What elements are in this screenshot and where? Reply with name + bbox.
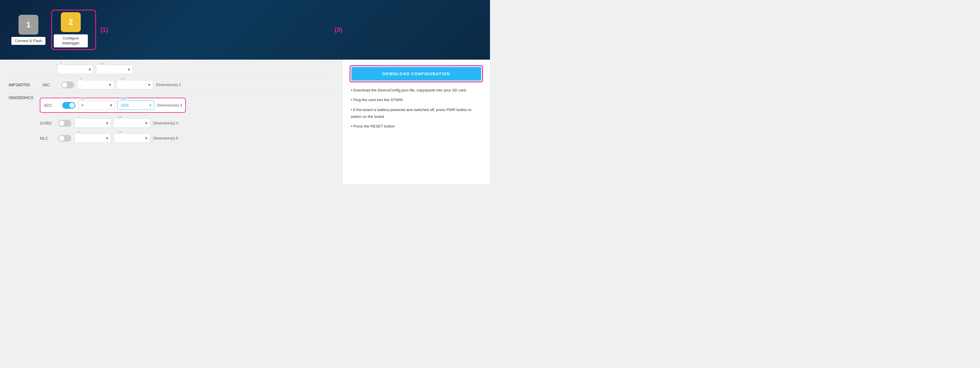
instructions-panel: • Download the DeviceConfig.json file, c… (350, 87, 483, 133)
ism330-acc-toggle-slider (62, 102, 75, 109)
instruction-3: • If the board is battery-powered and sw… (350, 106, 483, 121)
annotation-3: (3) (334, 26, 342, 33)
imp34dt05-select-group: FS ▼ ODR ▼ (77, 80, 153, 89)
ism330-mlc-row: MLC FS ▼ ODR (40, 131, 186, 145)
ism330-gyro-odr-wrapper: ODR ▼ (113, 118, 150, 128)
ism330-gyro-odr-select[interactable] (113, 118, 150, 128)
download-btn-border: DOWNLOAD CONFIGURATION (350, 65, 483, 82)
config-panel: FS ▼ ODR ▼ IMP34DT05 MIC (0, 60, 342, 184)
ism330-gyro-toggle[interactable] (58, 120, 72, 127)
ism330-gyro-select-group: FS ▼ ODR ▼ (74, 118, 150, 128)
ism330-acc-fs-select[interactable]: 4 2 8 16 (78, 100, 115, 110)
ism330-mlc-fs-label: FS (76, 131, 81, 134)
ism330-gyro-sub: GYRO (40, 121, 56, 125)
imp34dt05-name: IMP34DT05 (8, 82, 40, 87)
top-fs-select[interactable] (57, 65, 94, 74)
imp34dt05-toggle[interactable] (61, 81, 74, 88)
top-odr-wrapper: ODR ▼ (96, 65, 133, 74)
header: 1 Connect & Flash 2 Configuredatalogger … (0, 0, 490, 60)
ism330-name: ISM330DHCX (8, 95, 40, 100)
imp34dt05-odr-label: ODR (119, 78, 126, 81)
annotation-1: (1) (100, 26, 108, 33)
ism330-gyro-fs-wrapper: FS ▼ (74, 118, 111, 128)
imp34dt05-fs-label: FS (79, 78, 84, 81)
step-1-card[interactable]: 1 Connect & Flash (11, 15, 46, 45)
top-fs-wrapper: FS ▼ (57, 65, 94, 74)
imp34dt05-toggle-slider (61, 81, 74, 88)
ism330-mlc-fs-wrapper: FS ▼ (74, 133, 111, 143)
ism330-mlc-odr-select[interactable] (113, 133, 150, 143)
step-1-label: Connect & Flash (11, 37, 46, 45)
step-2-label: Configuredatalogger (54, 34, 88, 48)
download-config-button[interactable]: DOWNLOAD CONFIGURATION (351, 67, 481, 81)
instruction-1: • Download the DeviceConfig.json file, c… (350, 87, 483, 94)
ism330-gyro-toggle-slider (58, 120, 72, 127)
main-content: FS ▼ ODR ▼ IMP34DT05 MIC (0, 60, 490, 184)
ism330-mlc-fs-select[interactable] (74, 133, 111, 143)
ism330-gyro-row: GYRO FS ▼ ODR (40, 116, 186, 130)
imp34dt05-fs-select[interactable] (77, 80, 114, 89)
ism330-acc-dimension: Dimension(s) 3 (157, 103, 182, 107)
ism330-acc-fs-wrapper: FS 4 2 8 16 ▼ (78, 100, 115, 110)
step-1-number: 1 (19, 15, 38, 35)
ism330-acc-odr-label: ODR (120, 98, 127, 101)
top-select-group: FS ▼ ODR ▼ (57, 65, 133, 74)
ism330-acc-odr-wrapper: ODR 1666 833 416 208 ▼ (118, 100, 154, 110)
ism330-acc-sub: ACC (44, 103, 59, 108)
ism330-section: ISM330DHCX ACC FS 4 2 (8, 93, 334, 148)
imp34dt05-row: IMP34DT05 MIC FS ▼ ODR (8, 77, 334, 93)
instruction-2: • Plug the card into the STWIN (350, 97, 483, 103)
top-partial-row: FS ▼ ODR ▼ (8, 62, 334, 77)
imp34dt05-fs-wrapper: FS ▼ (77, 80, 114, 89)
ism330-gyro-fs-select[interactable] (74, 118, 111, 128)
ism330-acc-fs-label: FS (80, 98, 85, 101)
ism330-mlc-sub: MLC (40, 136, 56, 141)
step-2-highlight-border: 2 Configuredatalogger (51, 10, 96, 50)
step-2-card[interactable]: 2 Configuredatalogger (54, 12, 88, 48)
instruction-4: • Press the RESET button (350, 123, 483, 130)
ism330-gyro-fs-label: FS (76, 116, 81, 119)
ism330-sub-rows: ACC FS 4 2 8 16 (40, 95, 186, 145)
imp34dt05-odr-wrapper: ODR ▼ (116, 80, 153, 89)
ism330-mlc-dimension: Dimension(s) 8 (153, 136, 178, 140)
ism330-acc-highlighted-row: ACC FS 4 2 8 16 (40, 98, 186, 113)
ism330-mlc-toggle[interactable] (58, 135, 72, 142)
top-fs-label: FS (59, 62, 64, 65)
imp34dt05-sub: MIC (43, 82, 58, 87)
ism330-gyro-dimension: Dimension(s) 3 (153, 121, 178, 125)
ism330-mlc-select-group: FS ▼ ODR ▼ (74, 133, 150, 143)
top-odr-select[interactable] (96, 65, 133, 74)
ism330-gyro-odr-label: ODR (116, 116, 123, 119)
ism330-mlc-odr-wrapper: ODR ▼ (113, 133, 150, 143)
ism330-acc-toggle[interactable] (62, 102, 75, 109)
step-2-number: 2 (61, 12, 81, 32)
ism330-mlc-toggle-slider (58, 135, 72, 142)
top-odr-label: ODR (98, 62, 106, 65)
imp34dt05-dimension: Dimension(s) 1 (156, 82, 181, 87)
ism330-mlc-odr-label: ODR (116, 131, 123, 134)
right-panel: DOWNLOAD CONFIGURATION • Download the De… (342, 60, 490, 184)
imp34dt05-odr-select[interactable] (116, 80, 153, 89)
ism330-acc-select-group: FS 4 2 8 16 ▼ ODR 166 (78, 100, 154, 110)
ism330-acc-odr-select[interactable]: 1666 833 416 208 (118, 100, 154, 110)
